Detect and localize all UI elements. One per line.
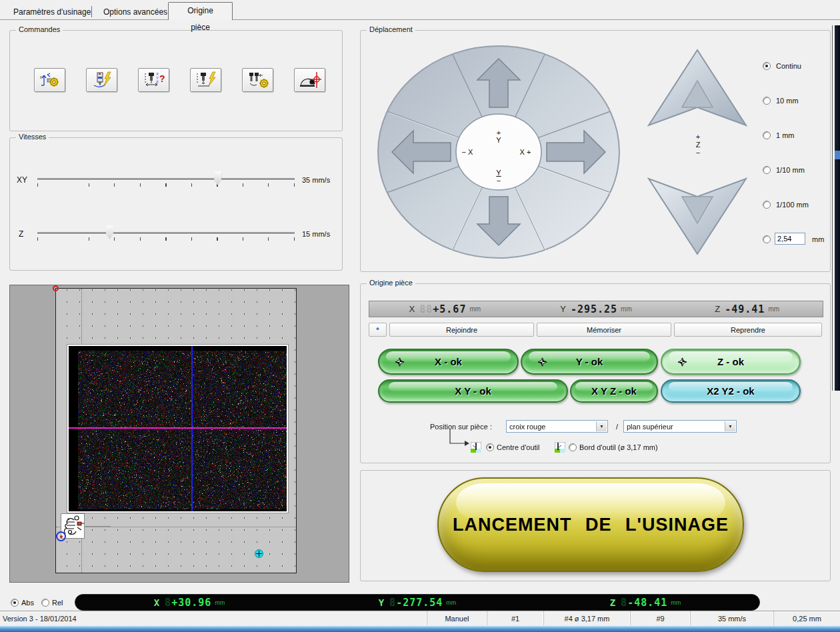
step-custom-unit: mm: [812, 235, 824, 243]
readout-x: X 88 +5.67 mm: [369, 301, 521, 317]
elbow-arrow-icon: [447, 429, 471, 448]
launch-machining-button[interactable]: LANCEMENT DE L'USINAGE: [437, 477, 744, 572]
tool-center-radio[interactable]: [486, 443, 494, 451]
version-label: Version 3 - 18/01/2014: [0, 611, 427, 625]
step-label-hundredth[interactable]: 1/100 mm: [776, 201, 809, 209]
slider-track-xy[interactable]: [37, 178, 295, 180]
app-window: Paramètres d'usinage Options avancées Or…: [0, 0, 840, 632]
slider-ticks-z: [37, 237, 295, 241]
tool-probe-button[interactable]: [190, 68, 221, 92]
z-ok-button[interactable]: Z - ok: [661, 349, 801, 375]
chevron-down-icon[interactable]: ▼: [725, 421, 735, 431]
rel-radio[interactable]: [41, 599, 49, 607]
xyz-ok-label: X Y Z - ok: [591, 385, 637, 397]
z-minus-sign: −: [696, 149, 700, 157]
compass-diamond-icon: [678, 357, 687, 366]
x-ok-button[interactable]: X - ok: [378, 349, 519, 375]
camera-crosshair-vertical: [191, 346, 193, 511]
lcd-y: Y 8 -277.54 mm: [303, 595, 531, 610]
camera-target-button[interactable]: [294, 68, 325, 92]
star-button[interactable]: *: [369, 323, 387, 337]
spindle-power-button[interactable]: [86, 68, 117, 92]
camera-noise: [78, 351, 287, 509]
position-select-marker[interactable]: croix rouge ▼: [506, 420, 608, 433]
lcd-x-unit: mm: [215, 599, 225, 606]
camera-crosshair-icon: [299, 71, 321, 89]
step-label-10mm[interactable]: 10 mm: [776, 97, 799, 105]
readout-y: Y -295.25 mm: [521, 301, 672, 317]
step-radio-custom[interactable]: [763, 235, 771, 243]
rejoindre-button[interactable]: Rejoindre: [389, 323, 534, 337]
readout-z-axis: Z: [715, 304, 720, 314]
tool-probe-power-icon: [195, 71, 217, 89]
slider-value-z: 15 mm/s: [302, 230, 330, 238]
readout-y-unit: mm: [621, 305, 632, 313]
lcd-y-ghost: 8: [389, 597, 396, 609]
workspace-canvas[interactable]: [55, 288, 297, 573]
lcd-x: X 8 +30.96 mm: [75, 595, 303, 610]
step-radio-1mm[interactable]: [763, 131, 771, 139]
position-select-plane[interactable]: plan supérieur ▼: [623, 420, 737, 433]
xyz-ok-button[interactable]: X Y Z - ok: [570, 379, 658, 403]
vitesses-title: Vitesses: [16, 133, 49, 141]
slider-track-z[interactable]: [37, 232, 295, 234]
position-select-plane-value: plan supérieur: [627, 423, 673, 431]
taskbar-edge: [0, 626, 840, 632]
tab-parametres-usinage[interactable]: Paramètres d'usinage: [4, 5, 100, 19]
lcd-x-value: +30.96: [171, 597, 211, 609]
abs-radio[interactable]: [11, 599, 19, 607]
abs-label[interactable]: Abs: [21, 599, 34, 607]
camera-view: [67, 345, 288, 513]
tool-change-button[interactable]: [242, 68, 273, 92]
jog-wheel[interactable]: [372, 42, 625, 262]
deplacement-title: Déplacement: [367, 25, 415, 33]
step-custom-input[interactable]: [775, 233, 805, 245]
z-axis-label: Z: [696, 141, 701, 149]
origin-axes-gear-icon: 0: [39, 71, 61, 89]
slider-value-xy: 35 mm/s: [302, 176, 330, 184]
z-plus-sign: +: [696, 133, 700, 141]
compass-diamond-icon: [395, 357, 404, 366]
lcd-z-value: -48.41: [627, 597, 667, 609]
tab-origine-piece[interactable]: Origine pièce: [168, 2, 233, 20]
status-offset: #9: [630, 611, 690, 625]
background-window-strip: [835, 25, 840, 391]
z-ok-label: Z - ok: [717, 356, 744, 367]
lcd-z: Z 8 -48.41 mm: [531, 595, 759, 610]
reprendre-button[interactable]: Reprendre: [674, 323, 822, 337]
tool-center-label[interactable]: Centre d'outil: [497, 443, 539, 451]
rel-label[interactable]: Rel: [52, 599, 63, 607]
step-radio-hundredth[interactable]: [763, 201, 771, 209]
y-ok-label: Y - ok: [576, 356, 603, 367]
y-ok-button[interactable]: Y - ok: [521, 349, 658, 375]
xy-ok-button[interactable]: X Y - ok: [378, 379, 568, 403]
readout-x-ghost: 88: [419, 303, 433, 315]
tool-edge-label[interactable]: Bord d'outil (ø 3,17 mm): [579, 443, 658, 451]
position-separator: /: [616, 423, 618, 431]
x2y2-ok-button[interactable]: X2 Y2 - ok: [661, 379, 801, 403]
machine-axis-line: [85, 526, 111, 527]
lcd-y-value: -277.54: [396, 597, 443, 609]
chevron-down-icon[interactable]: ▼: [596, 421, 607, 431]
memoriser-button[interactable]: Mémoriser: [537, 323, 671, 337]
step-label-1mm[interactable]: 1 mm: [776, 131, 795, 139]
origine-title: Origine pièce: [367, 279, 415, 287]
commandes-group: Commandes 0: [9, 30, 343, 131]
tool-measure-button[interactable]: X Y Z ?: [138, 68, 169, 92]
step-radio-10mm[interactable]: [763, 97, 771, 105]
step-radio-continu[interactable]: [763, 62, 771, 70]
step-label-continu[interactable]: Continu: [776, 62, 801, 70]
tab-options-avancees[interactable]: Options avancées: [94, 5, 177, 19]
workspace-panel: [9, 285, 349, 583]
readout-y-axis: Y: [560, 304, 566, 314]
machine-origin-button[interactable]: 0: [34, 68, 65, 92]
svg-text:?: ?: [159, 73, 165, 84]
readout-z-value: -49.41: [725, 303, 765, 315]
blue-target-marker-icon: [56, 531, 66, 541]
step-radio-tenth[interactable]: [763, 166, 771, 174]
step-label-tenth[interactable]: 1/10 mm: [776, 166, 805, 174]
tool-edge-radio[interactable]: [569, 443, 577, 451]
lcd-y-unit: mm: [446, 599, 456, 606]
tabstrip-baseline: [0, 19, 840, 20]
xy-ok-label: X Y - ok: [455, 385, 491, 397]
